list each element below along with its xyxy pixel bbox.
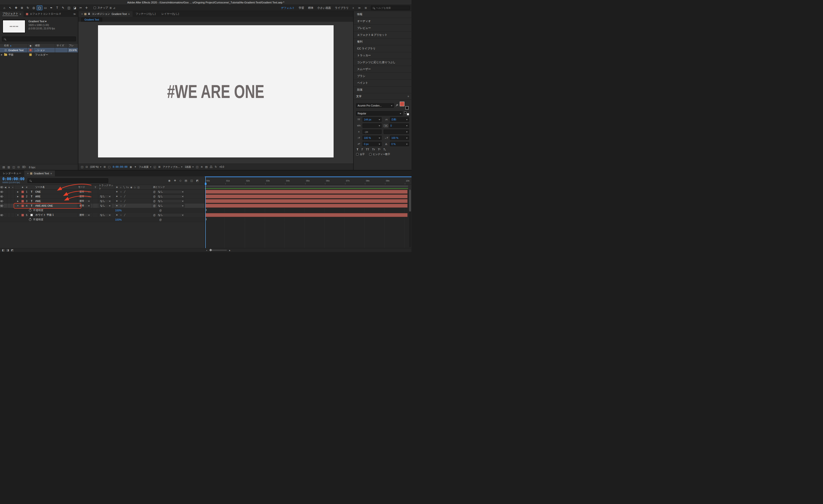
show-last-snapshot-icon[interactable]: ✦ xyxy=(134,165,136,168)
layer-duration-bar[interactable] xyxy=(205,190,407,194)
comp-mini-tab[interactable]: Gradient Text xyxy=(81,18,102,22)
lock-toggle[interactable] xyxy=(11,213,15,217)
faux-italic-button[interactable]: T xyxy=(361,148,363,151)
panel-tab-7[interactable]: トラッカー xyxy=(354,52,412,59)
stopwatch-icon[interactable] xyxy=(29,218,31,221)
snapshot-icon[interactable]: ◉ xyxy=(130,165,132,168)
property-row[interactable]: 不透明度100%@ xyxy=(0,217,204,222)
workspace-menu-icon[interactable]: ≡ xyxy=(352,7,354,9)
hand-tool[interactable]: ✥ xyxy=(13,5,19,10)
panel-tab-1[interactable]: 情報 xyxy=(354,11,412,18)
label-color-swatch[interactable] xyxy=(21,213,24,217)
playhead-line[interactable] xyxy=(205,177,206,248)
bit-depth-label[interactable]: 8 bpc xyxy=(29,166,35,169)
number-column-label[interactable]: # xyxy=(24,185,29,189)
snap-option-icon-1[interactable]: ≣ xyxy=(110,6,112,10)
playhead-handle[interactable] xyxy=(205,183,206,185)
visibility-eye-icon[interactable] xyxy=(0,213,4,217)
draft-3d-icon[interactable]: ❖ xyxy=(174,179,176,182)
label-color-swatch[interactable] xyxy=(27,52,33,57)
solo-column-icon[interactable]: ● xyxy=(7,185,11,189)
solo-toggle[interactable] xyxy=(7,213,11,217)
zoom-tool[interactable]: ⊕ xyxy=(19,5,25,10)
layer-name[interactable]: ARE xyxy=(34,194,77,199)
delete-icon[interactable]: ⌦ xyxy=(22,166,26,169)
composition-mini-flowchart-icon[interactable]: ◉ xyxy=(168,179,171,182)
marquee-tool[interactable]: ▢ xyxy=(37,5,42,10)
parent-link-select[interactable]: @なし xyxy=(152,203,188,208)
camera-view-select[interactable]: アクティブカ... xyxy=(163,165,182,169)
label-color-swatch[interactable] xyxy=(27,48,33,52)
current-time-block[interactable]: 0:00:00:00 00000 (23.976 fps) xyxy=(2,177,24,184)
home-icon[interactable]: ⌂ xyxy=(1,5,7,10)
project-settings-icon[interactable]: ⊡ xyxy=(17,166,20,169)
superscript-button[interactable]: T¹ xyxy=(378,148,380,151)
snap-checkbox[interactable] xyxy=(94,7,96,9)
layer-switches[interactable]: ❖ ☼ ╱ xyxy=(114,194,147,199)
panel-tab-10[interactable]: ブラシ xyxy=(354,73,412,79)
panel-overflow-icon[interactable]: ≫ xyxy=(71,11,78,17)
help-search-input[interactable] xyxy=(376,7,408,9)
twirl-icon[interactable]: ▼ xyxy=(15,203,21,208)
layer-duration-bar[interactable] xyxy=(205,204,407,208)
layer-switches[interactable]: ❖ ☼ ╱ xyxy=(114,213,147,217)
project-search-input[interactable] xyxy=(7,38,74,40)
track-matte-select[interactable]: なし xyxy=(98,199,114,203)
region-icon[interactable]: ◱ xyxy=(154,165,156,168)
panel-tab-5[interactable]: 整列 xyxy=(354,38,412,45)
twirl-icon[interactable]: ▼ xyxy=(15,213,21,217)
pickwhip-icon[interactable]: @ xyxy=(159,209,162,212)
tab-footage[interactable]: フッテージ(なし) xyxy=(133,11,158,17)
trackmatte-column-label[interactable]: トラックマット xyxy=(98,185,114,189)
label-color-swatch[interactable] xyxy=(21,194,24,199)
column-name[interactable]: 名前 ▲ xyxy=(3,44,27,47)
workspace-item-5[interactable]: ライブラリ xyxy=(335,6,349,10)
timeline-search[interactable] xyxy=(27,178,108,183)
project-row[interactable]: ▶平面フォルダー xyxy=(0,52,78,57)
layer-row[interactable]: ▶2TARE通常なし❖ ☼ ╱@なし xyxy=(0,194,204,199)
layer-row[interactable]: ▼4T#WE ARE ONE通常なし❖ ☼ ╱@なし xyxy=(0,203,204,208)
column-frame[interactable]: フレ xyxy=(67,44,78,47)
grid-options-icon[interactable]: ⊞ xyxy=(104,165,106,168)
layer-duration-bar[interactable] xyxy=(205,199,407,203)
property-row[interactable]: 不透明度100%@ xyxy=(0,208,204,213)
parent-link-select[interactable]: @なし xyxy=(152,190,188,194)
track-matte-select[interactable]: なし xyxy=(98,203,114,208)
visibility-eye-icon[interactable] xyxy=(0,203,4,208)
timeline-search-input[interactable] xyxy=(33,179,106,182)
hide-shy-layers-icon[interactable]: ◇ xyxy=(179,179,181,182)
workspace-item-4[interactable]: 小さい画面 xyxy=(317,6,331,10)
project-search[interactable] xyxy=(2,36,76,41)
layer-name[interactable]: #WE ARE ONE xyxy=(34,203,77,208)
panel-menu-icon[interactable]: ≡ xyxy=(20,13,21,15)
parent-link-select[interactable]: @なし xyxy=(152,213,188,217)
parent-link-select[interactable]: @なし xyxy=(152,199,188,203)
fill-color-swatch[interactable] xyxy=(400,102,404,106)
stopwatch-icon[interactable] xyxy=(29,209,31,212)
twirl-icon[interactable]: ▶ xyxy=(15,194,21,199)
panel-tab-12[interactable]: 段落 xyxy=(354,87,412,93)
eyedropper-icon[interactable] xyxy=(395,104,398,107)
work-area-bar[interactable] xyxy=(205,185,408,187)
track-matte-select[interactable] xyxy=(98,190,114,194)
blend-mode-select[interactable]: 通常 xyxy=(77,199,93,203)
current-time-display[interactable]: 0:00:00:00 xyxy=(2,177,24,181)
parent-link-select[interactable]: @なし xyxy=(152,194,188,199)
motion-blur-icon[interactable]: ◫ xyxy=(190,179,193,182)
pixel-aspect-icon[interactable]: ◫ xyxy=(196,165,198,168)
panel-tab-8[interactable]: コンテンツに応じた塗りつぶし xyxy=(354,59,412,66)
view-layout-select[interactable]: 1画面 xyxy=(185,165,194,169)
label-column-icon[interactable]: ◆ xyxy=(21,185,24,189)
workspace-overflow-icon[interactable]: ≫ xyxy=(358,6,361,10)
audio-toggle[interactable] xyxy=(4,199,7,203)
lock-icon[interactable] xyxy=(88,12,90,15)
frame-blending-icon[interactable]: ▤ xyxy=(185,179,187,182)
property-value[interactable]: 100% xyxy=(115,218,122,221)
share-icon[interactable]: ⊞ xyxy=(365,6,367,10)
rectangle-tool[interactable]: ▭ xyxy=(43,5,48,10)
roto-brush-tool[interactable]: ✂ xyxy=(78,5,84,10)
panel-tab-4[interactable]: エフェクト＆プリセット xyxy=(354,32,412,38)
workspace-item-3[interactable]: 標準 xyxy=(308,6,314,10)
zoom-slider-handle[interactable] xyxy=(209,248,212,251)
twirl-icon[interactable] xyxy=(0,48,3,52)
